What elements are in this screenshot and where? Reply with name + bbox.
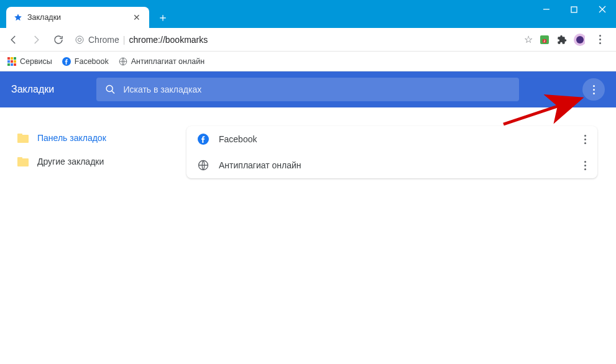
apps-grid-icon [7, 57, 16, 66]
back-button[interactable] [5, 31, 22, 48]
folder-icon [17, 134, 29, 143]
url-separator: | [123, 35, 126, 45]
star-icon [14, 13, 22, 22]
tab-title: Закладки [27, 13, 127, 22]
globe-icon [198, 160, 209, 171]
window-titlebar: Закладки ✕ ＋ [0, 0, 616, 28]
row-menu-button[interactable] [584, 161, 586, 170]
row-menu-button[interactable] [584, 135, 586, 144]
bookmark-row-label: Антиплагиат онлайн [219, 160, 574, 170]
close-window-button[interactable] [588, 0, 616, 19]
window-controls [532, 0, 616, 19]
page-title: Закладки [11, 84, 54, 95]
browser-toolbar: Chrome | chrome://bookmarks ☆ 2 [0, 28, 616, 52]
bookmark-item-facebook[interactable]: Facebook [62, 57, 109, 66]
sidebar-item-label: Панель закладок [37, 133, 106, 143]
minimize-button[interactable] [532, 0, 560, 19]
svg-point-4 [76, 36, 83, 43]
url-scheme: Chrome [88, 35, 119, 45]
extensions-menu-icon[interactable] [556, 34, 568, 45]
extension-icon-1[interactable]: 2 [539, 34, 550, 45]
maximize-button[interactable] [560, 0, 588, 19]
profile-avatar-icon[interactable] [574, 34, 585, 45]
svg-point-5 [78, 38, 81, 41]
sidebar-item-label: Другие закладки [37, 157, 104, 166]
forward-button[interactable] [27, 31, 45, 48]
new-tab-button[interactable]: ＋ [154, 9, 172, 26]
bookmark-row-label: Facebook [219, 134, 574, 144]
svg-line-14 [112, 91, 114, 93]
bookmark-list-card: Facebook Антиплагиат онлайн [186, 126, 597, 178]
svg-rect-1 [571, 7, 577, 12]
reload-button[interactable] [50, 31, 67, 48]
folder-icon [17, 157, 29, 166]
bookmark-star-icon[interactable]: ☆ [524, 34, 533, 45]
vertical-dots-icon [593, 85, 595, 94]
toolbar-actions: ☆ 2 [524, 31, 611, 48]
close-tab-icon[interactable]: ✕ [132, 12, 142, 22]
bookmark-row-facebook[interactable]: Facebook [186, 126, 597, 152]
chrome-page-icon [75, 35, 85, 45]
search-input[interactable] [123, 84, 510, 94]
bookmark-item-label: Антиплагиат онлайн [131, 57, 205, 66]
svg-point-13 [106, 86, 113, 92]
chrome-menu-icon[interactable] [591, 31, 609, 48]
facebook-icon [62, 57, 71, 66]
search-input-wrapper[interactable] [96, 78, 519, 101]
search-icon [105, 84, 116, 95]
apps-label: Сервисы [20, 57, 52, 66]
bookmark-row-antiplagiat[interactable]: Антиплагиат онлайн [186, 152, 597, 178]
bookmark-item-label: Facebook [75, 57, 109, 66]
address-bar[interactable]: Chrome | chrome://bookmarks [72, 31, 519, 48]
facebook-icon [198, 134, 209, 145]
svg-point-10 [576, 36, 584, 43]
folder-sidebar: Панель закладок Другие закладки [0, 107, 174, 364]
bookmark-manager-body: Панель закладок Другие закладки Facebook… [0, 107, 616, 364]
apps-shortcut[interactable]: Сервисы [7, 57, 52, 66]
sidebar-item-bookmarks-bar[interactable]: Панель закладок [12, 126, 162, 150]
browser-tab[interactable]: Закладки ✕ [6, 7, 149, 28]
bookmarks-bar: Сервисы Facebook Антиплагиат онлайн [0, 52, 616, 71]
url-path: chrome://bookmarks [129, 35, 208, 45]
bookmark-manager-header: Закладки [0, 71, 616, 107]
globe-icon [119, 57, 127, 66]
bookmark-item-antiplagiat[interactable]: Антиплагиат онлайн [119, 57, 205, 66]
organize-menu-button[interactable] [582, 78, 605, 101]
bookmark-list-area: Facebook Антиплагиат онлайн [174, 107, 616, 364]
sidebar-item-other-bookmarks[interactable]: Другие закладки [12, 150, 162, 173]
